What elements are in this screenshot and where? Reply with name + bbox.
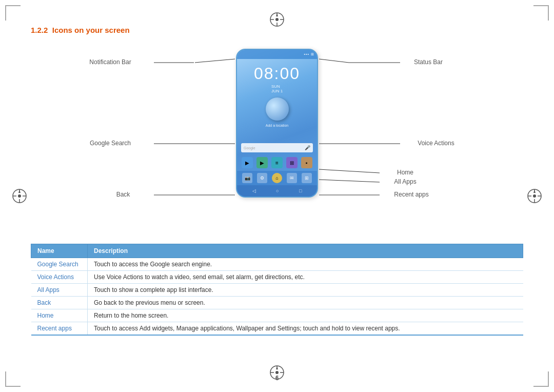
nav-recent: □ (299, 188, 302, 193)
dock-icon-mail: ✉ (287, 173, 297, 183)
nav-back: ◁ (252, 188, 256, 193)
phone-date: SUN JUN 1 (271, 84, 283, 93)
cell-name-0: Google Search (31, 258, 88, 271)
svg-point-8 (18, 194, 21, 198)
compass-left (11, 188, 28, 204)
table-row: HomeReturn to the home screen. (31, 309, 523, 322)
header-description: Description (88, 244, 523, 258)
phone-time: 08:00 (254, 64, 300, 83)
label-back: Back (116, 191, 131, 198)
table-row: Google SearchTouch to access the Google … (31, 258, 523, 271)
phone-apps-row: ▶ ▶ ≡ ⊞ ▪ (237, 155, 317, 170)
dock-icon-camera: ⚙ (257, 173, 267, 183)
table-row: All AppsTouch to show a complete app lis… (31, 284, 523, 297)
table-row: Voice ActionsUse Voice Actions to watch … (31, 271, 523, 284)
label-voice-actions: Voice Actions (418, 140, 454, 147)
label-all-apps: All Apps (394, 178, 416, 185)
section-number: 1.2.2 (31, 26, 48, 34)
cell-description-5: Touch to access Add widgets, Manage appl… (88, 322, 523, 336)
cell-description-1: Use Voice Actions to watch a video, send… (88, 271, 523, 284)
cell-description-2: Touch to show a complete app list interf… (88, 284, 523, 297)
compass-bottom (269, 364, 285, 381)
svg-marker-6 (276, 13, 278, 16)
svg-line-28 (319, 180, 380, 182)
label-status-bar: Status Bar (414, 58, 443, 66)
app-icon-3: ≡ (271, 157, 283, 168)
phone-location-text: Add a location (266, 124, 288, 127)
compass-right (526, 188, 543, 204)
svg-marker-37 (276, 366, 278, 369)
label-google-search: Google Search (90, 140, 131, 147)
phone-status-icons: ▪▪▪ ⊞ (304, 52, 314, 56)
corner-mark-tl (5, 5, 21, 21)
cell-name-2: All Apps (31, 284, 88, 297)
phone-search-bar: Google 🎤 (241, 143, 313, 152)
table-header: Name Description (31, 244, 523, 258)
cell-name-4: Home (31, 309, 88, 322)
svg-point-32 (275, 371, 279, 374)
label-recent-apps: Recent apps (394, 191, 428, 198)
phone-screen: ▪▪▪ ⊞ 08:00 SUN JUN 1 Add a location Goo… (237, 50, 317, 197)
corner-mark-br (533, 371, 549, 387)
header-name: Name (31, 244, 88, 258)
table-row: Recent appsTouch to access Add widgets, … (31, 322, 523, 336)
app-icon-2: ▶ (256, 157, 268, 168)
svg-line-23 (319, 59, 349, 63)
cell-name-3: Back (31, 297, 88, 309)
table-row: BackGo back to the previous menu or scre… (31, 297, 523, 309)
cell-description-4: Return to the home screen. (88, 309, 523, 322)
app-icon-4: ⊞ (286, 157, 298, 168)
phone-time-area: 08:00 SUN JUN 1 Add a location (237, 59, 317, 140)
svg-point-1 (275, 18, 279, 21)
corner-mark-tr (533, 5, 549, 21)
phone-mockup: ▪▪▪ ⊞ 08:00 SUN JUN 1 Add a location Goo… (236, 49, 318, 198)
diagram-area: ▪▪▪ ⊞ 08:00 SUN JUN 1 Add a location Goo… (31, 44, 523, 239)
phone-search-text: Google (244, 146, 305, 150)
svg-marker-13 (18, 190, 21, 193)
phone-status-bar: ▪▪▪ ⊞ (237, 50, 317, 59)
cell-name-5: Recent apps (31, 322, 88, 336)
page-content: 1.2.2 Icons on your screen ▪▪▪ ⊞ 08:00 S… (31, 26, 523, 366)
phone-globe (266, 97, 289, 121)
app-icon-1: ▶ (242, 157, 253, 168)
svg-line-27 (319, 169, 380, 173)
phone-dock: 📷 ⚙ ⌂ ✉ ⊞ (237, 171, 317, 185)
dock-icon-phone: 📷 (242, 173, 252, 183)
description-table: Name Description Google SearchTouch to a… (31, 244, 523, 336)
svg-line-21 (195, 59, 235, 63)
label-home: Home (397, 169, 413, 176)
dock-home-button: ⌂ (272, 173, 282, 183)
section-heading: 1.2.2 Icons on your screen (31, 26, 523, 34)
cell-name-1: Voice Actions (31, 271, 88, 284)
corner-mark-bl (5, 371, 21, 387)
phone-navbar: ◁ ○ □ (237, 185, 317, 197)
app-icon-5: ▪ (301, 157, 312, 168)
dock-icon-apps: ⊞ (302, 173, 312, 183)
nav-home: ○ (276, 188, 279, 193)
phone-mic-icon: 🎤 (305, 145, 310, 150)
cell-description-3: Go back to the previous menu or screen. (88, 297, 523, 309)
label-notification-bar: Notification Bar (89, 58, 131, 66)
svg-marker-20 (533, 190, 536, 193)
table-body: Google SearchTouch to access the Google … (31, 258, 523, 336)
svg-point-15 (533, 194, 536, 198)
section-title: Icons on your screen (52, 26, 130, 34)
cell-description-0: Touch to access the Google search engine… (88, 258, 523, 271)
